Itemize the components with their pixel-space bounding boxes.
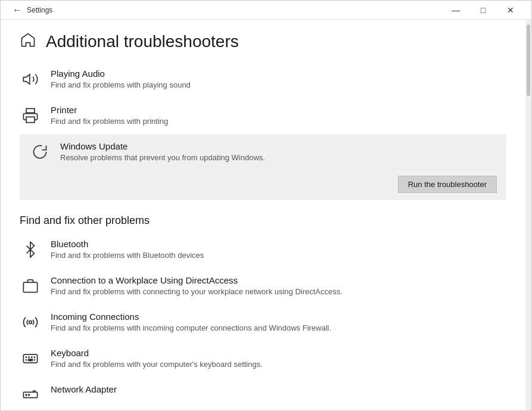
item-name: Printer (51, 105, 506, 115)
list-item[interactable]: Keyboard Find and fix problems with your… (20, 341, 506, 377)
workplace-item: Connection to a Workplace Using DirectAc… (51, 275, 506, 297)
item-desc: Find and fix problems with your computer… (51, 359, 506, 370)
network-adapter-item: Network Adapter (51, 384, 506, 396)
svg-point-14 (29, 357, 29, 357)
audio-icon (20, 68, 41, 90)
main-panel: Additional troubleshooters Playing Audio… (1, 20, 525, 410)
svg-rect-5 (23, 354, 37, 363)
page-header: Additional troubleshooters (20, 32, 506, 52)
list-item[interactable]: Printer Find and fix problems with print… (20, 98, 506, 134)
item-name: Incoming Connections (51, 312, 506, 322)
list-item[interactable]: Network Adapter (20, 377, 506, 410)
list-item[interactable]: Incoming Connections Find and fix proble… (20, 304, 506, 341)
svg-point-4 (29, 321, 32, 324)
printer-item: Printer Find and fix problems with print… (51, 105, 506, 127)
windows-update-item[interactable]: Windows Update Resolve problems that pre… (20, 134, 506, 200)
item-name: Playing Audio (51, 68, 506, 79)
minimize-button[interactable]: — (442, 1, 469, 20)
svg-point-23 (29, 394, 30, 396)
keyboard-icon (20, 348, 41, 369)
playing-audio-item: Playing Audio Find and fix problems with… (51, 68, 506, 91)
svg-point-15 (32, 357, 32, 357)
back-button[interactable]: ← (8, 1, 27, 20)
item-desc: Find and fix problems with incoming comp… (51, 323, 506, 334)
svg-point-16 (34, 357, 35, 357)
svg-marker-0 (23, 74, 30, 84)
page-title: Additional troubleshooters (46, 32, 239, 51)
settings-window: ← Settings — □ ✕ Additional troubleshoot… (0, 0, 532, 411)
list-item[interactable]: Playing Audio Find and fix problems with… (20, 61, 506, 98)
scrollbar-thumb[interactable] (527, 24, 530, 96)
incoming-connections-icon (20, 312, 41, 333)
list-item[interactable]: Connection to a Workplace Using DirectAc… (20, 268, 506, 304)
item-name: Connection to a Workplace Using DirectAc… (51, 275, 506, 285)
item-desc: Find and fix problems with Bluetooth dev… (51, 250, 506, 261)
home-icon (20, 32, 36, 52)
workplace-icon (20, 275, 41, 297)
incoming-connections-item: Incoming Connections Find and fix proble… (51, 312, 506, 334)
network-adapter-icon (20, 384, 41, 406)
item-name: Bluetooth (51, 239, 506, 249)
section-heading: Find and fix other problems (20, 214, 506, 227)
update-item-text: Windows Update Resolve problems that pre… (60, 141, 497, 163)
list-item[interactable]: Bluetooth Find and fix problems with Blu… (20, 232, 506, 268)
item-name: Network Adapter (51, 384, 506, 394)
item-name: Windows Update (60, 141, 497, 151)
item-name: Keyboard (51, 348, 506, 358)
svg-rect-1 (26, 109, 35, 113)
svg-point-17 (26, 360, 26, 360)
item-desc: Resolve problems that prevent you from u… (60, 152, 497, 163)
window-title: Settings (27, 6, 442, 14)
item-desc: Find and fix problems with connecting to… (51, 287, 506, 297)
scrollbar[interactable] (525, 20, 531, 410)
svg-point-18 (34, 360, 35, 360)
update-icon (29, 141, 51, 163)
bluetooth-icon (20, 239, 41, 260)
content-area: Additional troubleshooters Playing Audio… (1, 20, 531, 410)
window-controls: — □ ✕ (442, 1, 524, 20)
item-desc: Find and fix problems with playing sound (51, 80, 506, 91)
close-button[interactable]: ✕ (497, 1, 524, 20)
svg-point-22 (26, 394, 27, 396)
svg-point-13 (26, 357, 26, 357)
item-desc: Find and fix problems with printing (51, 116, 506, 127)
run-troubleshooter-button[interactable]: Run the troubleshooter (398, 176, 497, 193)
bluetooth-item: Bluetooth Find and fix problems with Blu… (51, 239, 506, 261)
keyboard-item: Keyboard Find and fix problems with your… (51, 348, 506, 370)
titlebar: ← Settings — □ ✕ (1, 1, 531, 20)
printer-icon (20, 105, 41, 126)
svg-rect-3 (23, 282, 37, 292)
maximize-button[interactable]: □ (469, 1, 497, 20)
svg-rect-2 (26, 117, 35, 123)
